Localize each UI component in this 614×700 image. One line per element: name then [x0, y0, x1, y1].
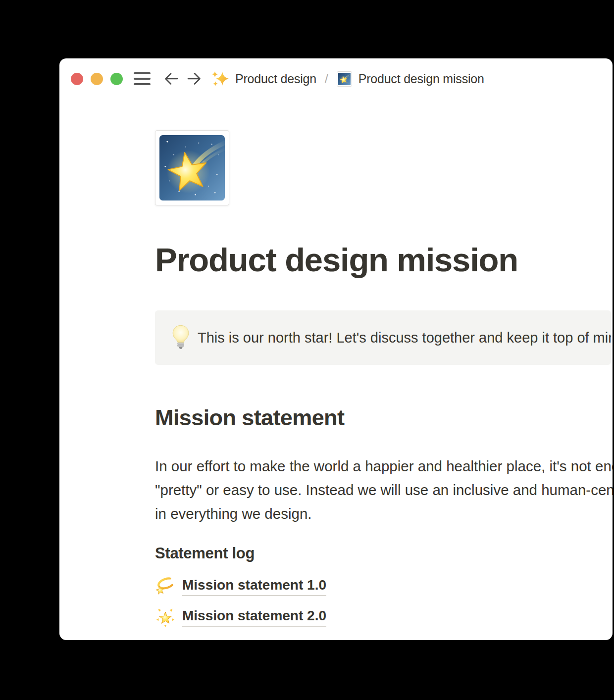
callout-block: This is our north star! Let's discuss to…	[155, 310, 611, 365]
hamburger-icon	[134, 78, 151, 80]
back-button[interactable]	[163, 71, 179, 87]
paragraph-line: in everything we design.	[155, 502, 613, 526]
breadcrumb-separator: /	[325, 72, 328, 86]
breadcrumb-label: Product design	[235, 72, 316, 86]
glowing-star-icon	[155, 607, 176, 628]
breadcrumb-item-product-design[interactable]: Product design	[202, 70, 316, 88]
page-link-mission-statement-2[interactable]: Mission statement 2.0	[155, 605, 326, 629]
page-link-label: Mission statement 1.0	[182, 577, 326, 596]
light-bulb-icon	[171, 324, 191, 351]
page-link-mission-statement-1[interactable]: Mission statement 1.0	[155, 575, 326, 599]
sidebar-menu-button[interactable]	[134, 72, 151, 85]
app-window: Product design / Product design mission …	[59, 58, 613, 640]
page-emoji-icon[interactable]	[155, 130, 229, 205]
back-arrow-icon	[163, 71, 179, 87]
shooting-star-icon	[159, 135, 225, 201]
section-heading-mission-statement: Mission statement	[155, 405, 344, 431]
forward-arrow-icon	[186, 71, 202, 87]
desktop-background: Product design / Product design mission …	[0, 0, 614, 700]
paragraph-line: In our effort to make the world a happie…	[155, 454, 613, 478]
close-window-button[interactable]	[71, 73, 83, 85]
breadcrumb-label: Product design mission	[358, 72, 484, 86]
page-title: Product design mission	[155, 241, 518, 279]
paragraph-line: "pretty" or easy to use. Instead we will…	[155, 478, 613, 502]
shooting-star-icon	[337, 71, 352, 87]
hamburger-icon	[134, 72, 151, 74]
minimize-window-button[interactable]	[91, 73, 103, 85]
subheading-statement-log: Statement log	[155, 545, 255, 562]
statement-log-links: Mission statement 1.0 Mission state	[155, 575, 326, 636]
sparkles-icon	[211, 70, 229, 88]
forward-button[interactable]	[186, 71, 202, 87]
dizzy-star-icon	[155, 576, 176, 597]
mission-paragraph: In our effort to make the world a happie…	[155, 454, 613, 526]
breadcrumb-item-product-design-mission[interactable]: Product design mission	[328, 71, 484, 87]
callout-text: This is our north star! Let's discuss to…	[198, 330, 611, 346]
zoom-window-button[interactable]	[110, 73, 123, 85]
page-link-label: Mission statement 2.0	[182, 608, 326, 627]
titlebar: Product design / Product design mission	[71, 71, 484, 87]
hamburger-icon	[134, 83, 151, 85]
